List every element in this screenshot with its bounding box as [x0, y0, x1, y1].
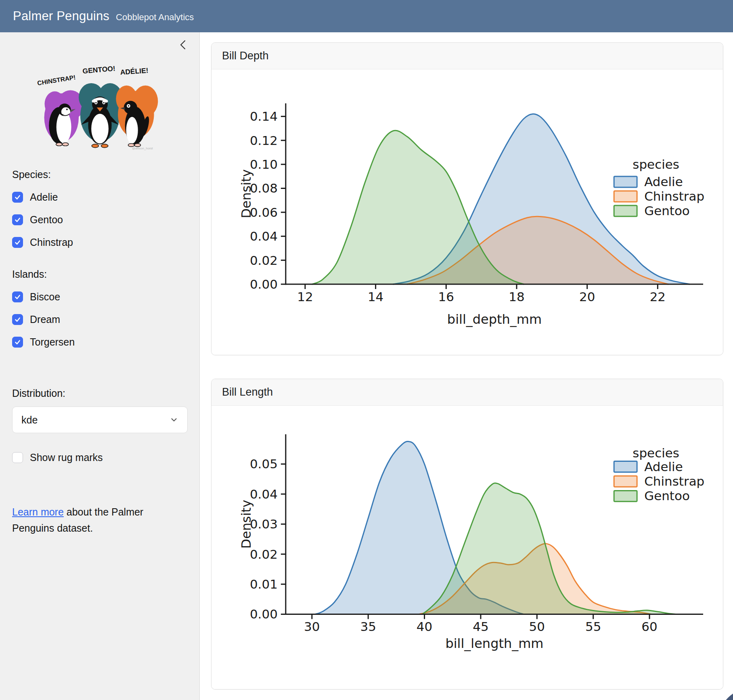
- svg-text:0.05: 0.05: [250, 457, 278, 471]
- svg-text:0.03: 0.03: [250, 517, 278, 531]
- card-bill-depth-title: Bill Depth: [212, 43, 723, 69]
- app-header: Palmer Penguins Cobblepot Analytics: [0, 0, 733, 32]
- svg-text:Gentoo: Gentoo: [644, 488, 690, 503]
- checkbox-gentoo[interactable]: [12, 214, 23, 225]
- svg-text:Chinstrap: Chinstrap: [644, 474, 704, 488]
- checkbox-row-adelie[interactable]: Adelie: [12, 191, 187, 203]
- card-bill-length-body: 303540455055600.000.010.020.030.040.05bi…: [212, 406, 723, 689]
- distribution-selected-value: kde: [21, 414, 170, 426]
- svg-text:35: 35: [360, 619, 376, 634]
- svg-text:0.04: 0.04: [250, 229, 278, 243]
- checkbox-label-rug-marks: Show rug marks: [30, 452, 103, 463]
- checkbox-label-adelie: Adelie: [30, 191, 58, 203]
- checkbox-row-chinstrap[interactable]: Chinstrap: [12, 237, 187, 248]
- svg-text:0.02: 0.02: [250, 253, 278, 268]
- check-icon: [14, 316, 21, 323]
- checkbox-dream[interactable]: [12, 314, 23, 325]
- checkbox-torgersen[interactable]: [12, 337, 23, 348]
- learn-more-text: Learn more about the Palmer Penguins dat…: [12, 504, 174, 536]
- svg-text:Adelie: Adelie: [644, 174, 683, 189]
- sidebar-collapse-button[interactable]: [176, 38, 191, 52]
- svg-text:14: 14: [368, 289, 383, 304]
- artwork-label-gentoo: GENTOO!: [82, 64, 115, 75]
- svg-text:45: 45: [473, 619, 488, 634]
- svg-text:0.02: 0.02: [250, 547, 278, 562]
- svg-text:0.14: 0.14: [250, 109, 278, 124]
- svg-text:species: species: [632, 157, 679, 172]
- checkbox-label-gentoo: Gentoo: [30, 214, 63, 226]
- svg-text:55: 55: [585, 619, 601, 634]
- svg-text:Adelie: Adelie: [644, 459, 683, 474]
- svg-text:Gentoo: Gentoo: [644, 203, 690, 218]
- learn-more-link[interactable]: Learn more: [12, 506, 64, 518]
- checkbox-chinstrap[interactable]: [12, 237, 23, 248]
- checkbox-row-gentoo[interactable]: Gentoo: [12, 214, 187, 226]
- check-icon: [14, 293, 21, 300]
- card-bill-length-title: Bill Length: [212, 379, 723, 406]
- checkbox-label-biscoe: Biscoe: [30, 291, 60, 303]
- svg-text:0.08: 0.08: [250, 181, 278, 195]
- svg-text:0.04: 0.04: [250, 487, 278, 501]
- artwork-label-chinstrap: CHINSTRAP!: [37, 74, 76, 87]
- artwork-credit: @allison_horst: [132, 147, 153, 150]
- checkbox-row-rug-marks[interactable]: Show rug marks: [12, 452, 187, 463]
- checkbox-row-biscoe[interactable]: Biscoe: [12, 291, 187, 303]
- card-bill-length: Bill Length 303540455055600.000.010.020.…: [211, 379, 723, 690]
- svg-text:0.06: 0.06: [250, 205, 278, 220]
- check-icon: [14, 216, 21, 223]
- svg-text:bill_depth_mm: bill_depth_mm: [447, 312, 542, 327]
- chevron-down-icon: [170, 415, 178, 424]
- svg-text:0.00: 0.00: [250, 277, 278, 291]
- svg-text:30: 30: [304, 619, 320, 634]
- svg-text:12: 12: [297, 289, 313, 304]
- bill-depth-chart: 1214161820220.000.020.040.060.080.100.12…: [212, 69, 723, 355]
- check-icon: [14, 194, 21, 201]
- svg-text:40: 40: [417, 619, 432, 634]
- main-content: Bill Depth 1214161820220.000.020.040.060…: [200, 32, 733, 700]
- checkbox-row-dream[interactable]: Dream: [12, 314, 187, 325]
- checkbox-biscoe[interactable]: [12, 291, 23, 302]
- checkbox-label-torgersen: Torgersen: [30, 336, 75, 348]
- app-subtitle: Cobblepot Analytics: [116, 12, 194, 23]
- svg-text:species: species: [632, 446, 679, 460]
- checkbox-row-torgersen[interactable]: Torgersen: [12, 336, 187, 348]
- svg-text:Density: Density: [239, 500, 254, 549]
- card-bill-depth: Bill Depth 1214161820220.000.020.040.060…: [211, 42, 723, 355]
- bill-length-chart: 303540455055600.000.010.020.030.040.05bi…: [212, 406, 723, 689]
- islands-group-label: Islands:: [12, 268, 187, 280]
- svg-text:50: 50: [529, 619, 545, 634]
- distribution-label: Distribution:: [12, 388, 187, 399]
- check-icon: [14, 339, 21, 346]
- card-bill-depth-body: 1214161820220.000.020.040.060.080.100.12…: [212, 69, 723, 355]
- sidebar: CHINSTRAP! GENTOO! ADÉLIE! @allison_hors…: [0, 32, 200, 700]
- checkbox-adelie[interactable]: [12, 192, 23, 203]
- svg-text:Density: Density: [239, 169, 254, 218]
- checkbox-rug-marks[interactable]: [12, 452, 23, 463]
- chevron-left-icon: [176, 38, 190, 52]
- penguin-artwork: CHINSTRAP! GENTOO! ADÉLIE! @allison_hors…: [32, 55, 168, 151]
- species-group-label: Species:: [12, 169, 187, 180]
- app-title: Palmer Penguins: [13, 9, 109, 23]
- artwork-label-adelie: ADÉLIE!: [119, 66, 148, 76]
- check-icon: [14, 239, 21, 246]
- svg-text:22: 22: [650, 289, 666, 304]
- svg-text:20: 20: [579, 289, 595, 304]
- svg-text:60: 60: [641, 619, 657, 634]
- svg-text:16: 16: [438, 289, 454, 304]
- svg-text:0.10: 0.10: [250, 157, 278, 172]
- checkbox-label-chinstrap: Chinstrap: [30, 237, 73, 248]
- svg-text:18: 18: [509, 289, 524, 304]
- svg-text:0.00: 0.00: [250, 607, 278, 622]
- svg-text:Chinstrap: Chinstrap: [644, 189, 704, 203]
- svg-text:0.12: 0.12: [250, 133, 278, 148]
- distribution-select[interactable]: kde: [12, 407, 188, 433]
- svg-text:0.01: 0.01: [250, 577, 278, 591]
- checkbox-label-dream: Dream: [30, 314, 60, 325]
- svg-text:bill_length_mm: bill_length_mm: [445, 636, 543, 651]
